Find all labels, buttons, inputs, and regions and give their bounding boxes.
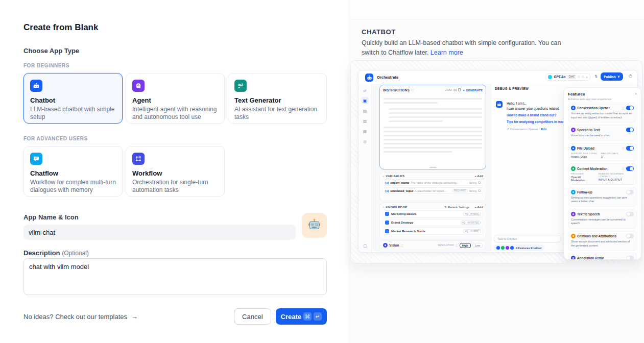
dataset-icon [385,229,389,233]
app-type-card-workflow[interactable]: Workflow Orchestration for single-turn a… [126,146,225,197]
text-to-speech-icon [571,212,576,216]
optional-hint: (Optional) [62,250,89,257]
toggle-off [626,256,634,260]
workflow-icon [132,153,145,165]
annotation-reply-icon [571,256,576,260]
modal-left-pane: Create from Blank Choose App Type FOR BE… [0,0,349,343]
learn-more-link[interactable]: Learn more [431,49,463,56]
model-param-icon [582,76,584,78]
citations-icon [571,234,576,238]
speech-to-text-icon [571,128,576,132]
collapse-chevron-icon: ∨ [383,206,384,208]
settings-icon [478,181,481,184]
app-name-row [23,225,327,240]
card-title: Agent [132,96,218,104]
info-icon: ⓘ [411,88,414,91]
generate-button: ✦ GENERATE [462,88,483,92]
info-icon: ⓘ [400,244,403,247]
page-title: Create from Blank [23,0,327,33]
swap-icon: ⇄ [362,87,369,94]
chatflow-icon [30,153,42,165]
modal-footer: No ideas? Check out our templates → Canc… [23,308,327,325]
feature-item: File Upload ⓘ SUPPORT FILE TYPES Image, … [568,143,637,161]
dataset-icon [385,220,389,225]
feature-item: Text to Speech Conversation messages can… [568,209,637,229]
preview-screenshot: Orchestrate GPT-4o CHAT ∨ ⇅ Publish ∨ ◷ [350,60,642,263]
vision-icon [383,243,388,248]
shot-orchestrate-column: INSTRUCTIONS ⓘ 2182 {x} ✦ GENERATE [372,84,491,252]
feature-item: Follow-up Setting up next questions sugg… [568,187,637,207]
rerank-icon: ⇅ [444,206,447,209]
feature-dot-icon [506,246,509,250]
toggle-on [626,146,634,151]
rail-notes-icon: ▦ [362,128,369,135]
card-title: Chatbot [30,96,116,104]
for-advanced-label: FOR ADVANCED USERS [23,136,327,141]
feature-item: Citations and Attributions Show source d… [568,231,637,251]
rail-globe-icon: ◎ [362,138,369,145]
shot-left-rail: ⇄ ▣ ▤ ▥ ▦ ◎ ▢ [359,84,372,252]
text-generator-icon [234,80,247,92]
for-beginners-label: FOR BEGINNERS [23,63,327,68]
variable-row: {x} expert_name The name of the strategi… [383,179,483,186]
bot-avatar [496,101,503,108]
shot-instructions-panel: INSTRUCTIONS ⓘ 2182 {x} ✦ GENERATE [379,85,486,169]
content-moderation-icon [571,166,576,171]
resolution-high-pill: High [460,243,471,248]
description-input[interactable]: chat with vllm model [23,258,327,295]
card-desc: Orchestration for single-turn automation… [132,179,218,194]
shot-publish-button: Publish ∨ [601,72,623,81]
choose-app-type-label: Choose App Type [23,47,327,55]
card-desc: LLM-based chatbot with simple setup [30,106,116,121]
collapse-chevron-icon: ∨ [383,175,384,178]
add-variable-button: + Add [474,175,483,178]
edit-link: Edit [541,128,546,131]
model-param-icon [578,76,580,78]
preview-heading: CHATBOT [362,28,644,36]
shot-model-selector: GPT-4o CHAT ∨ [545,73,590,81]
toggle-on [626,128,634,132]
add-knowledge-button: + Add [474,206,483,209]
model-provider-icon [548,75,552,79]
rail-doc-icon: ▥ [362,117,369,125]
chat-input: Talk to DifyBot [494,235,561,242]
sliders-icon: ⇅ [594,75,598,79]
dataset-icon [385,212,389,216]
refresh-icon: ↺ [507,128,509,131]
cancel-button[interactable]: Cancel [234,308,271,325]
app-name-input[interactable] [23,225,296,240]
card-desc: Workflow for complex multi-turn dialogue… [30,179,116,194]
shot-knowledge-section: ∨ KNOWLEDGE ⇅ Rerank Settings + Add Mark… [379,203,486,239]
app-icon-picker[interactable] [302,213,327,238]
create-app-modal: Create from Blank Choose App Type FOR BE… [0,0,644,343]
history-icon: ◷ [629,74,632,78]
app-type-card-text-generator[interactable]: Text Generator AI assistant for text gen… [228,73,327,124]
templates-link[interactable]: No ideas? Check out our templates → [23,313,138,321]
feature-dot-icon [510,246,514,250]
variable-row: {x} unrelated_topic A placeholder for to… [383,187,483,194]
toggle-on [626,166,634,171]
app-type-card-agent[interactable]: Agent Intelligent agent with reasoning a… [126,73,225,124]
suggestion-chip: How to make a brand stand out? [507,113,556,118]
create-button[interactable]: Create ⌘ ↵ [276,308,327,325]
info-icon: ⓘ [622,167,625,170]
copy-icon [458,88,461,91]
card-desc: AI assistant for text generation tasks [234,106,320,121]
robot-emoji-icon [307,217,321,233]
description-label: Description (Optional) [23,249,327,257]
file-upload-icon [571,146,576,151]
conversation-opener-icon [571,106,576,110]
card-title: Text Generator [234,96,320,104]
cmd-key-icon: ⌘ [303,312,312,321]
app-type-card-chatbot[interactable]: Chatbot LLM-based chatbot with simple se… [23,73,123,124]
arrow-right-icon: → [131,313,138,321]
knowledge-row: Market Research Guide HQ · HYBRID [383,228,483,235]
toggle-on [626,106,634,110]
resize-handle [430,167,437,168]
preview-description: Quickly build an LLM-based chatbot with … [362,38,578,58]
app-type-card-chatflow[interactable]: Chatflow Workflow for complex multi-turn… [23,146,123,197]
feature-item: Content Moderation ⓘ PROVIDER OpenAI Mod… [568,163,637,185]
info-icon: ⓘ [622,146,625,150]
sparkle-icon: ✦ [462,89,465,92]
chevron-down-icon: ∨ [617,75,620,79]
